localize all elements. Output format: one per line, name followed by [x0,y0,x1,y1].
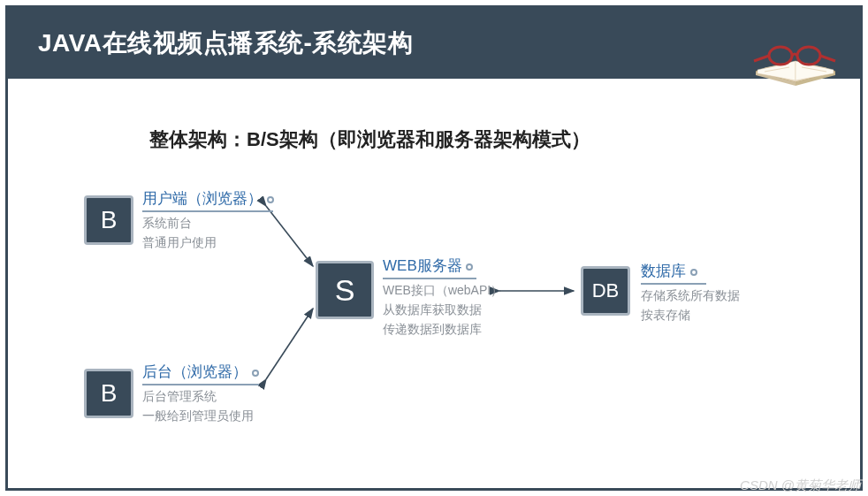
client-node-box: B [84,195,133,245]
admin-node-desc: 后台管理系统 一般给到管理员使用 [142,386,254,425]
watermark-text: CSDN @黄菊华老师 [740,477,861,494]
server-node-desc: WEB接口（webAPI） 从数据库获取数据 传递数据到数据库 [383,280,503,339]
slide-header: JAVA在线视频点播系统-系统架构 [8,8,860,79]
client-node-desc: 系统前台 普通用户使用 [142,213,217,252]
slide-title: JAVA在线视频点播系统-系统架构 [38,27,413,60]
server-node-box: S [316,261,374,319]
svg-point-5 [797,47,820,65]
slide-frame: JAVA在线视频点播系统-系统架构 整体架构：B/S架构（即浏览器和服务器架构 [5,5,863,491]
client-node-title: 用户端（浏览器） [142,188,273,212]
admin-node-title: 后台（浏览器） [142,362,259,385]
db-node-box: DB [581,266,630,316]
db-node-label: DB [592,279,620,302]
db-node-title: 数据库 [641,261,706,285]
admin-node-box: B [84,369,133,418]
svg-line-6 [754,56,769,61]
node-dot-icon [252,370,259,377]
client-node-label: B [101,206,118,234]
server-node-label: S [335,273,355,308]
server-node-title: WEB服务器 [383,256,476,279]
node-dot-icon [466,263,473,271]
admin-node-label: B [101,379,118,408]
svg-point-4 [769,47,792,65]
db-node-desc: 存储系统所有数据 按表存储 [641,286,740,324]
diagram-area: 整体架构：B/S架构（即浏览器和服务器架构模式） B 用户端（浏览器） 系统前台 [8,79,860,488]
svg-line-9 [266,309,313,379]
svg-line-7 [820,56,835,61]
diagram-headline: 整体架构：B/S架构（即浏览器和服务器架构模式） [149,126,590,153]
node-dot-icon [267,196,274,203]
node-dot-icon [690,269,697,276]
svg-line-8 [266,206,313,266]
